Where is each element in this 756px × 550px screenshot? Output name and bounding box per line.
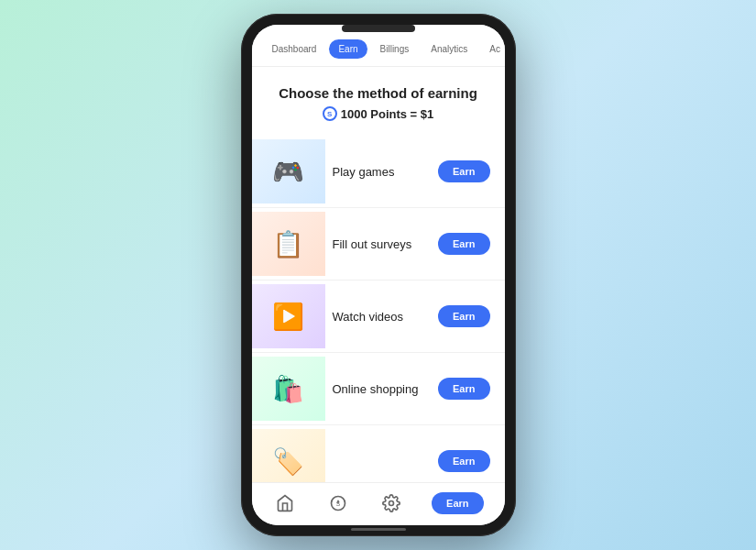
phone-screen: Dashboard Earn Billings Analytics Ac Cho… <box>252 25 505 525</box>
item-image-shopping: 🛍️ <box>252 357 325 421</box>
earn-button-shopping[interactable]: Earn <box>438 378 489 400</box>
item-image-videos: ▶️ <box>252 284 325 348</box>
earn-list: 🎮 Play games Earn 📋 Fill out surveys Ear… <box>252 136 505 482</box>
points-icon: S <box>323 106 337 121</box>
item-label-games: Play games <box>325 165 439 179</box>
item-label-shopping: Online shopping <box>325 382 439 396</box>
page-title: Choose the method of earning <box>267 85 490 101</box>
earn-button-videos[interactable]: Earn <box>438 305 489 327</box>
home-nav-icon[interactable] <box>272 490 298 516</box>
surveys-icon: 📋 <box>252 212 325 276</box>
earn-header: Choose the method of earning S 1000 Poin… <box>252 67 505 136</box>
item-image-last: 🏷️ <box>252 429 325 482</box>
main-content: Choose the method of earning S 1000 Poin… <box>252 67 505 482</box>
list-item: ▶️ Watch videos Earn <box>252 280 505 353</box>
tab-analytics[interactable]: Analytics <box>422 39 477 59</box>
item-label-videos: Watch videos <box>325 310 439 324</box>
earn-button-surveys[interactable]: Earn <box>438 233 489 255</box>
tab-dashboard[interactable]: Dashboard <box>263 39 326 59</box>
item-image-games: 🎮 <box>252 139 325 204</box>
list-item: 🏷️ Earn <box>252 425 505 482</box>
shopping-icon: 🛍️ <box>252 357 325 421</box>
points-nav-icon[interactable]: S <box>325 490 351 516</box>
tab-ac[interactable]: Ac <box>480 39 504 59</box>
points-info: S 1000 Points = $1 <box>267 106 490 121</box>
home-indicator <box>351 528 406 531</box>
phone-notch <box>342 25 415 32</box>
item-image-surveys: 📋 <box>252 212 325 276</box>
videos-icon: ▶️ <box>252 284 325 348</box>
list-item: 📋 Fill out surveys Earn <box>252 208 505 280</box>
settings-nav-icon[interactable] <box>378 490 404 516</box>
tab-earn[interactable]: Earn <box>329 39 367 59</box>
list-item: 🛍️ Online shopping Earn <box>252 353 505 425</box>
last-icon: 🏷️ <box>252 429 325 482</box>
item-label-surveys: Fill out surveys <box>325 237 439 251</box>
svg-point-2 <box>389 501 394 506</box>
list-item: 🎮 Play games Earn <box>252 136 505 208</box>
points-label: 1000 Points = $1 <box>341 107 434 121</box>
bottom-nav: S Earn <box>252 482 505 525</box>
bottom-earn-button[interactable]: Earn <box>432 492 483 514</box>
games-icon: 🎮 <box>252 139 325 204</box>
tab-billings[interactable]: Billings <box>371 39 419 59</box>
earn-button-games[interactable]: Earn <box>438 160 489 182</box>
svg-text:S: S <box>336 500 341 507</box>
phone-frame: Dashboard Earn Billings Analytics Ac Cho… <box>241 14 516 536</box>
earn-button-last[interactable]: Earn <box>438 450 489 472</box>
